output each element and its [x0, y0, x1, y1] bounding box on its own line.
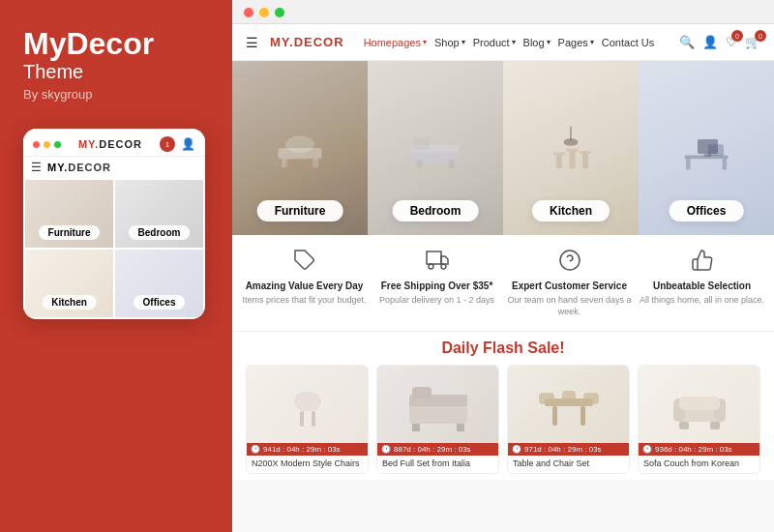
browser-dot-red[interactable]	[244, 8, 253, 17]
flash-item-sofa[interactable]: 🕐 936d : 04h : 29m : 03s Sofa Couch from…	[638, 365, 760, 474]
svg-rect-12	[570, 152, 576, 168]
svg-rect-40	[457, 424, 464, 431]
flash-timer-chair: 🕐 941d : 04h : 29m : 03s	[247, 443, 368, 456]
search-icon[interactable]: 🔍	[679, 35, 695, 49]
mobile-dot-red	[33, 141, 40, 148]
svg-rect-11	[556, 156, 562, 169]
mobile-nav-icons: 1 👤	[160, 136, 195, 152]
nav-link-product[interactable]: Product▾	[473, 37, 516, 48]
mobile-window-dots	[33, 141, 61, 148]
left-panel: MyDecor Theme By skygroup MY.DECOR 1 👤 ☰…	[0, 0, 232, 532]
category-furniture-label: Furniture	[257, 200, 343, 222]
mobile-category-kitchen[interactable]: Kitchen	[25, 250, 113, 317]
category-kitchen[interactable]: Kitchen	[503, 61, 639, 235]
mobile-cart-icon[interactable]: 1	[160, 136, 175, 152]
flash-name-sofa: Sofa Couch from Korean	[639, 456, 759, 473]
svg-rect-34	[300, 411, 304, 427]
feature-selection-desc: All things home, all in one place.	[640, 295, 764, 307]
mobile-kitchen-label: Kitchen	[42, 295, 97, 310]
brand-title: MyDecor	[23, 27, 209, 61]
svg-rect-44	[539, 393, 554, 404]
brand-by: By skygroup	[23, 87, 209, 102]
svg-rect-10	[449, 160, 455, 168]
nav-link-homepages[interactable]: Homepages▾	[364, 37, 427, 48]
browser-dot-yellow[interactable]	[259, 8, 269, 17]
svg-rect-24	[708, 144, 725, 156]
svg-rect-50	[679, 397, 720, 410]
chevron-down-icon: ▾	[547, 38, 551, 46]
svg-point-28	[429, 264, 433, 269]
chevron-down-icon: ▾	[461, 38, 465, 46]
flash-item-bed[interactable]: 🕐 887d : 04h : 29m : 03s Bed Full Set fr…	[376, 365, 499, 474]
svg-rect-52	[710, 422, 720, 429]
mobile-nav-bar: ☰ MY.DECOR	[23, 157, 205, 178]
flash-timer-bed: 🕐 887d : 04h : 29m : 03s	[377, 443, 498, 456]
category-grid: Furniture Bedroom	[232, 61, 774, 235]
nav-links: Homepages▾ Shop▾ Product▾ Blog▾ Pages▾ C…	[364, 37, 655, 48]
shipping-icon	[426, 249, 449, 277]
category-offices[interactable]: Offices	[639, 61, 774, 235]
clock-icon: 🕐	[381, 445, 391, 454]
svg-point-5	[305, 158, 318, 171]
flash-img-chair	[247, 366, 368, 443]
category-furniture[interactable]: Furniture	[232, 61, 368, 235]
mobile-dot-yellow	[44, 141, 50, 148]
user-icon[interactable]: 👤	[702, 35, 718, 49]
offices-illustration	[677, 119, 735, 177]
nav-link-contact[interactable]: Contact Us	[602, 37, 654, 48]
nav-link-blog[interactable]: Blog▾	[523, 37, 551, 48]
mobile-dot-green	[54, 141, 61, 148]
flash-item-table[interactable]: 🕐 971d : 04h : 29m : 03s Table and Chair…	[507, 365, 630, 474]
svg-rect-46	[562, 391, 576, 402]
flash-img-sofa	[639, 366, 759, 443]
category-bedroom-label: Bedroom	[393, 200, 479, 222]
svg-rect-8	[414, 138, 431, 150]
mobile-category-bedroom[interactable]: Bedroom	[115, 180, 203, 248]
category-bedroom[interactable]: Bedroom	[368, 61, 503, 235]
right-panel: ☰ MY.DECOR Homepages▾ Shop▾ Product▾ Blo…	[232, 0, 774, 532]
feature-service-desc: Our team on hand seven days a week.	[505, 295, 634, 317]
wishlist-icon[interactable]: ♡ 0	[726, 35, 737, 49]
feature-value-desc: Items prices that fit your budget.	[242, 295, 366, 307]
sofa-icon	[666, 375, 733, 433]
svg-rect-15	[567, 149, 579, 152]
bedroom-illustration	[406, 119, 464, 177]
svg-rect-16	[580, 151, 591, 154]
feature-shipping-desc: Popular delivery on 1 - 2 days	[379, 295, 494, 307]
nav-hamburger-icon[interactable]: ☰	[246, 35, 258, 50]
svg-rect-14	[553, 153, 565, 156]
category-kitchen-label: Kitchen	[532, 200, 610, 222]
mobile-category-offices[interactable]: Offices	[115, 250, 203, 317]
chair-icon	[279, 370, 337, 438]
nav-link-shop[interactable]: Shop▾	[434, 37, 465, 48]
kitchen-illustration	[542, 119, 600, 177]
svg-rect-35	[312, 411, 315, 427]
mobile-nav-logo: MY.DECOR	[47, 162, 111, 173]
browser-dot-green[interactable]	[275, 8, 284, 17]
svg-rect-9	[417, 160, 423, 168]
flash-item-chair[interactable]: 🕐 941d : 04h : 29m : 03s N200X Modern St…	[246, 365, 369, 474]
cart-icon[interactable]: 🛒 0	[745, 35, 760, 49]
browser-chrome	[232, 0, 774, 24]
mobile-logo: MY.DECOR	[78, 138, 142, 150]
feature-shipping: Free Shipping Over $35* Popular delivery…	[372, 249, 501, 317]
flash-img-table	[508, 366, 629, 443]
svg-rect-33	[294, 392, 321, 411]
flash-name-bed: Bed Full Set from Italia	[377, 456, 498, 473]
svg-rect-45	[583, 393, 599, 404]
mobile-category-furniture[interactable]: Furniture	[25, 180, 113, 248]
feature-value: Amazing Value Every Day Items prices tha…	[240, 249, 369, 317]
svg-point-29	[441, 264, 446, 269]
mobile-bedroom-label: Bedroom	[129, 225, 191, 240]
mobile-user-icon[interactable]: 👤	[181, 137, 195, 151]
nav-link-pages[interactable]: Pages▾	[558, 37, 594, 48]
cart-badge: 0	[755, 30, 766, 42]
furniture-illustration	[271, 119, 329, 177]
flash-sale-section: Daily Flash Sale! 🕐 941d : 04h : 29m : 0…	[232, 332, 774, 480]
clock-icon: 🕐	[642, 445, 652, 454]
mobile-category-grid: Furniture Bedroom Kitchen Offices	[23, 178, 205, 319]
mobile-hamburger-icon[interactable]: ☰	[31, 161, 42, 174]
svg-rect-43	[580, 406, 585, 426]
svg-rect-39	[412, 424, 420, 431]
feature-selection-title: Unbeatable Selection	[653, 281, 751, 291]
